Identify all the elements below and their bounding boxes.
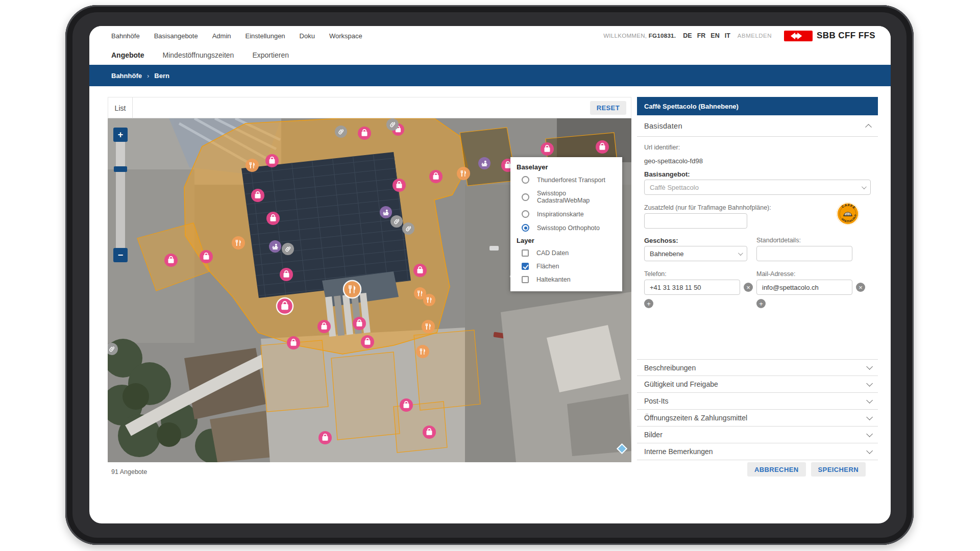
service-marker[interactable] — [380, 206, 392, 218]
map-view[interactable]: + − Baselayer Thunderforest TransportSwi… — [108, 118, 631, 462]
zoom-slider-handle[interactable] — [114, 166, 127, 172]
mail-add-icon[interactable]: + — [756, 299, 766, 308]
standortdetails-input[interactable] — [756, 246, 852, 261]
service-marker[interactable] — [478, 157, 491, 169]
welcome-text: WILLKOMMEN, FG10831. — [603, 33, 676, 39]
shop-marker[interactable] — [317, 320, 331, 333]
sub-menu-item-mindestöffnungszeiten[interactable]: Mindestöffnungszeiten — [163, 51, 234, 59]
zoom-slider-track[interactable] — [116, 142, 125, 248]
food-marker[interactable] — [457, 167, 470, 180]
food-marker[interactable] — [232, 236, 245, 249]
mail-input[interactable] — [756, 280, 852, 295]
clip-marker[interactable] — [390, 215, 403, 228]
food-marker[interactable] — [422, 320, 435, 333]
checkbox-icon[interactable] — [522, 276, 529, 283]
main-menu-item-basisangebote[interactable]: Basisangebote — [154, 32, 198, 40]
shop-marker[interactable] — [393, 179, 406, 192]
telefon-input[interactable] — [644, 280, 740, 295]
accordion-interne-bemerkungen[interactable]: Interne Bemerkungen — [637, 443, 878, 460]
shop-marker[interactable] — [200, 250, 213, 263]
food-marker[interactable] — [423, 294, 435, 306]
logout-link[interactable]: ABMELDEN — [738, 33, 772, 39]
shop-marker[interactable] — [358, 127, 371, 140]
chevron-down-icon — [862, 184, 867, 189]
shop-marker[interactable] — [596, 140, 609, 154]
shop-marker[interactable] — [266, 212, 280, 225]
layer-option-label: Haltekanten — [536, 276, 571, 283]
language-fr[interactable]: FR — [697, 32, 706, 39]
shop-marker[interactable] — [361, 335, 374, 348]
shop-marker[interactable] — [318, 431, 332, 444]
layer-option[interactable]: Haltekanten — [510, 273, 622, 286]
accordion-post-its[interactable]: Post-Its — [637, 393, 878, 410]
food-marker[interactable] — [416, 345, 429, 358]
sub-menu-item-angebote[interactable]: Angebote — [111, 51, 144, 59]
main-menu-item-einstellungen[interactable]: Einstellungen — [246, 32, 285, 40]
shop-marker[interactable] — [287, 336, 300, 349]
telefon-add-icon[interactable]: + — [644, 299, 653, 308]
accordion-beschreibungen[interactable]: Beschreibungen — [637, 359, 878, 376]
language-it[interactable]: IT — [725, 32, 730, 39]
main-menu-item-doku[interactable]: Doku — [300, 32, 315, 40]
radio-icon[interactable] — [522, 176, 529, 184]
shop-marker[interactable] — [413, 264, 427, 277]
shop-marker[interactable] — [277, 298, 293, 314]
shop-marker[interactable] — [353, 317, 366, 330]
main-menu-item-bahnhöfe[interactable]: Bahnhöfe — [111, 32, 140, 40]
breadcrumb-separator: › — [147, 72, 149, 80]
save-button[interactable]: SPEICHERN — [811, 462, 866, 477]
basisangebot-select[interactable]: Caffè Spettacolo — [644, 180, 871, 195]
language-en[interactable]: EN — [710, 32, 719, 39]
baselayer-option[interactable]: Swisstopo CadastralWebMap — [510, 187, 622, 207]
zusatzfeld-input[interactable] — [644, 213, 747, 229]
map-card-header: List RESET — [108, 97, 631, 118]
geschoss-select[interactable]: Bahnebene — [644, 246, 747, 261]
breadcrumb-root[interactable]: Bahnhöfe — [111, 72, 142, 80]
clip-marker[interactable] — [402, 222, 414, 235]
checkbox-icon[interactable] — [522, 249, 529, 257]
mail-clear-icon[interactable]: × — [856, 283, 865, 292]
telefon-clear-icon[interactable]: × — [744, 283, 753, 292]
accordion-label: Bilder — [644, 431, 663, 439]
chevron-down-icon — [866, 447, 873, 454]
shop-marker[interactable] — [400, 398, 413, 412]
zoom-out-button[interactable]: − — [113, 248, 128, 262]
food-marker[interactable] — [344, 281, 361, 298]
accordion-gültigkeit-und-freigabe[interactable]: Gültigkeit und Freigabe — [637, 376, 878, 393]
zoom-in-button[interactable]: + — [113, 128, 128, 142]
section-basisdaten[interactable]: Basisdaten — [637, 115, 878, 137]
shop-marker[interactable] — [280, 268, 293, 281]
layer-option[interactable]: CAD Daten — [510, 246, 622, 260]
app-window: BahnhöfeBasisangeboteAdminEinstellungenD… — [89, 26, 891, 523]
accordion-öffnungszeiten-zahlungsmittel[interactable]: Öffnungszeiten & Zahlungsmittel — [637, 410, 878, 427]
clip-marker[interactable] — [282, 243, 294, 255]
shop-marker[interactable] — [164, 254, 178, 267]
baselayer-option[interactable]: Thunderforest Transport — [510, 173, 622, 187]
breadcrumb: Bahnhöfe › Bern — [111, 72, 169, 80]
clip-marker[interactable] — [335, 126, 347, 138]
sub-menu-item-exportieren[interactable]: Exportieren — [252, 51, 289, 59]
radio-icon[interactable] — [522, 210, 529, 218]
checkbox-icon[interactable] — [522, 263, 529, 270]
shop-marker[interactable] — [541, 142, 554, 156]
layer-option[interactable]: Flächen — [510, 260, 622, 273]
shop-marker[interactable] — [429, 170, 443, 183]
radio-icon[interactable] — [522, 193, 529, 201]
food-marker[interactable] — [246, 159, 259, 172]
accordion-bilder[interactable]: Bilder — [637, 427, 878, 443]
service-marker[interactable] — [269, 240, 281, 253]
main-menu-item-workspace[interactable]: Workspace — [329, 32, 362, 40]
clip-marker[interactable] — [386, 118, 399, 131]
reset-button[interactable]: RESET — [590, 101, 626, 115]
baselayer-option[interactable]: Inspirationskarte — [510, 207, 622, 221]
main-menu-item-admin[interactable]: Admin — [212, 32, 231, 40]
shop-marker[interactable] — [265, 154, 279, 167]
cancel-button[interactable]: ABBRECHEN — [747, 462, 806, 477]
shop-marker[interactable] — [251, 189, 264, 202]
language-de[interactable]: DE — [683, 32, 692, 39]
radio-icon[interactable] — [522, 224, 529, 232]
shop-marker[interactable] — [423, 425, 436, 439]
baselayer-option[interactable]: Swisstopo Orthophoto — [510, 221, 622, 235]
list-tab[interactable]: List — [108, 97, 133, 118]
tablet-frame: BahnhöfeBasisangeboteAdminEinstellungenD… — [65, 5, 914, 545]
